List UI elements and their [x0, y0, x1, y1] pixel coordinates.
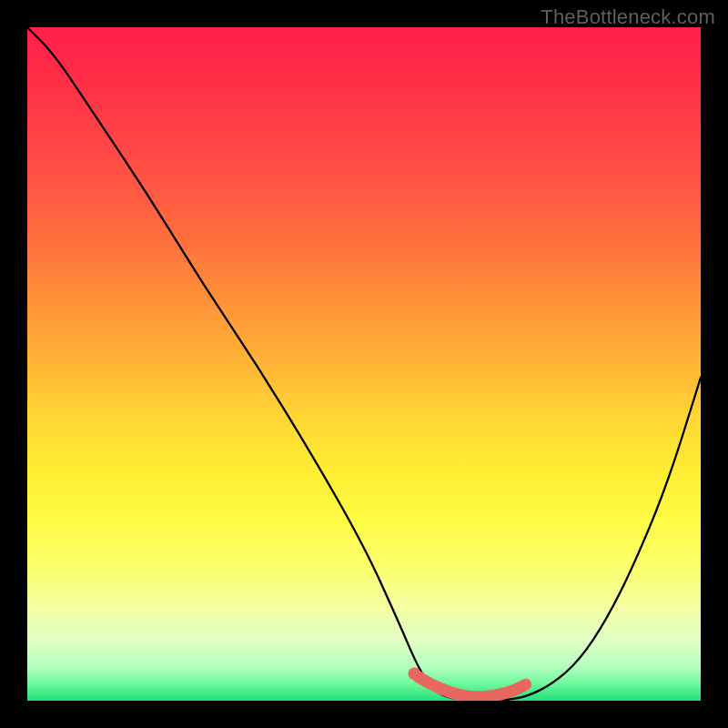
watermark-text: TheBottleneck.com	[541, 5, 715, 29]
marker-dot	[409, 667, 421, 680]
chart-svg-overlay	[27, 27, 701, 701]
optimal-range-arc	[418, 676, 525, 697]
chart-container: TheBottleneck.com	[0, 0, 728, 728]
bottleneck-curve	[27, 27, 701, 701]
